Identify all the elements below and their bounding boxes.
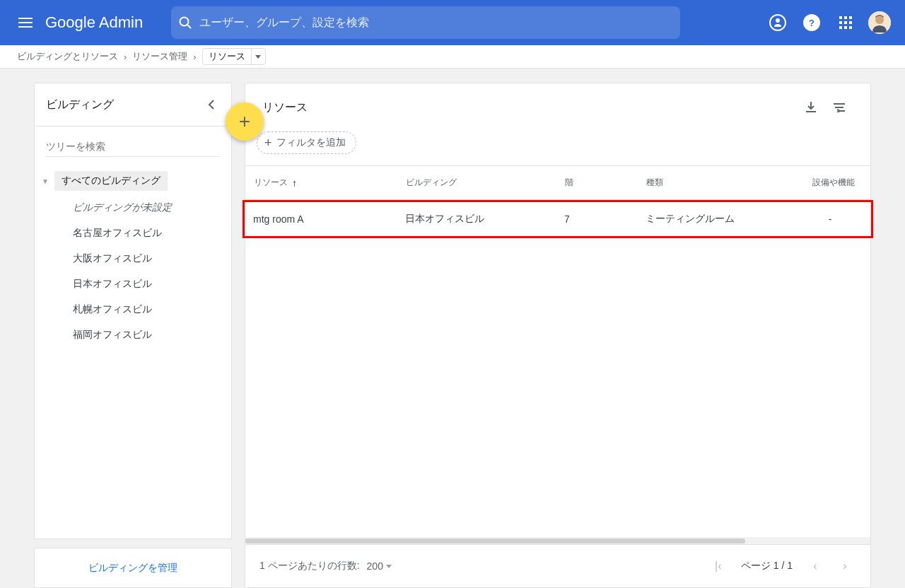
cell-type: ミーティングルーム: [646, 213, 805, 225]
breadcrumb-item-1[interactable]: リソース管理: [132, 50, 187, 63]
plus-icon: +: [239, 110, 250, 133]
download-button[interactable]: [797, 93, 825, 122]
manage-buildings-link[interactable]: ビルディングを管理: [88, 562, 177, 573]
card-header: リソース: [245, 83, 870, 131]
filter-bar: + フィルタを追加: [245, 131, 870, 166]
col-header-building[interactable]: ビルディング: [406, 177, 565, 189]
filter-list-icon: [833, 102, 846, 112]
tree-children: ビルディングが未設定名古屋オフィスビル大阪オフィスビル日本オフィスビル札幌オフィ…: [35, 195, 231, 348]
apps-button[interactable]: [829, 6, 863, 40]
next-page-button[interactable]: ›: [834, 555, 856, 577]
card-title: リソース: [262, 100, 797, 115]
logo[interactable]: Google Admin: [45, 13, 143, 32]
table-row[interactable]: mtg room A日本オフィスビル7ミーティングルーム-: [243, 200, 873, 238]
col-header-type[interactable]: 種類: [646, 177, 805, 189]
table-header: リソース ↑ ビルディング 階 種類 設備や機能: [245, 166, 870, 200]
apps-grid-icon: [839, 16, 852, 29]
add-filter-chip[interactable]: + フィルタを追加: [257, 131, 356, 154]
hamburger-icon: [18, 22, 33, 23]
tree-item-2[interactable]: 大阪オフィスビル: [73, 246, 231, 271]
col-header-resource[interactable]: リソース ↑: [254, 177, 406, 189]
sort-ascending-icon: ↑: [292, 177, 297, 189]
prev-page-button[interactable]: ‹: [804, 555, 827, 577]
collapse-sidebar-button[interactable]: [203, 96, 220, 113]
tree-item-0[interactable]: ビルディングが未設定: [73, 195, 231, 220]
account-age-button[interactable]: [761, 6, 795, 40]
help-icon: ?: [803, 14, 820, 31]
logo-admin: Admin: [99, 13, 143, 31]
building-tree: ▼ すべてのビルディング ビルディングが未設定名古屋オフィスビル大阪オフィスビル…: [35, 163, 231, 362]
person-circle-icon: [769, 14, 786, 31]
table-body: mtg room A日本オフィスビル7ミーティングルーム-: [245, 200, 870, 238]
breadcrumb-dropdown[interactable]: [251, 49, 265, 64]
cell-features: -: [805, 213, 863, 225]
tree-item-3[interactable]: 日本オフィスビル: [73, 271, 231, 297]
triangle-down-icon: ▼: [42, 177, 49, 185]
cell-building: 日本オフィスビル: [405, 213, 564, 225]
menu-button[interactable]: [8, 6, 42, 40]
resources-card: + リソース + フィルタを追加 リソース ↑: [245, 83, 871, 545]
cell-floor: 7: [564, 213, 646, 225]
caret-down-icon: [255, 55, 261, 59]
chevron-right-icon: ›: [843, 560, 846, 572]
sidebar-header: ビルディング: [35, 83, 231, 127]
breadcrumb: ビルディングとリソース › リソース管理 › リソース: [0, 45, 905, 69]
chevron-right-icon: ›: [124, 52, 127, 62]
tree-root-label: すべてのビルディング: [54, 171, 168, 191]
logo-google: Google: [45, 13, 95, 31]
search-box[interactable]: [171, 6, 680, 39]
filter-chip-label: フィルタを追加: [276, 136, 346, 149]
breadcrumb-item-0[interactable]: ビルディングとリソース: [17, 50, 118, 63]
sidebar-card: ビルディング ▼ すべてのビルディング ビルディングが未設定名古屋オフィスビル大…: [34, 83, 232, 539]
col-header-resource-label: リソース: [254, 177, 288, 189]
caret-down-icon: [386, 565, 392, 568]
first-page-button[interactable]: |‹: [707, 555, 730, 577]
tree-search: [35, 127, 231, 163]
sidebar-footer: ビルディングを管理: [34, 548, 232, 588]
avatar: [868, 11, 891, 34]
first-page-icon: |‹: [715, 560, 721, 572]
profile-button[interactable]: [863, 6, 897, 40]
svg-point-4: [875, 16, 884, 24]
svg-point-2: [776, 18, 780, 23]
search-icon: [177, 14, 194, 31]
page-info: ページ 1 / 1: [741, 560, 793, 572]
download-icon: [805, 101, 817, 114]
breadcrumb-current-label: リソース: [203, 50, 251, 63]
sidebar: ビルディング ▼ すべてのビルディング ビルディングが未設定名古屋オフィスビル大…: [34, 83, 232, 588]
help-button[interactable]: ?: [795, 6, 829, 40]
col-header-floor[interactable]: 階: [565, 177, 646, 189]
search-input[interactable]: [194, 16, 675, 29]
tree-item-1[interactable]: 名古屋オフィスビル: [73, 220, 231, 246]
sidebar-title: ビルディング: [46, 98, 114, 112]
plus-icon: +: [264, 136, 272, 149]
tree-search-input[interactable]: [46, 136, 220, 157]
chevron-right-icon: ›: [193, 52, 196, 62]
svg-point-0: [180, 18, 189, 26]
tree-item-5[interactable]: 福岡オフィスビル: [73, 322, 231, 348]
chevron-left-icon: [208, 100, 215, 110]
rows-per-page-value: 200: [367, 560, 383, 572]
pagination: 1 ページあたりの行数: 200 |‹ ページ 1 / 1 ‹ ›: [245, 545, 871, 588]
content: + リソース + フィルタを追加 リソース ↑: [245, 83, 871, 588]
breadcrumb-current: リソース: [202, 48, 266, 65]
rows-per-page-select[interactable]: 200: [367, 560, 392, 572]
cell-resource: mtg room A: [253, 213, 405, 225]
tree-item-4[interactable]: 札幌オフィスビル: [73, 297, 231, 322]
rows-per-page-label: 1 ページあたりの行数:: [259, 560, 360, 572]
col-header-features[interactable]: 設備や機能: [805, 177, 862, 189]
tree-root[interactable]: ▼ すべてのビルディング: [35, 167, 231, 195]
settings-list-button[interactable]: [825, 93, 853, 122]
app-header: Google Admin ?: [0, 0, 905, 45]
svg-line-1: [188, 25, 192, 29]
scrollbar-thumb[interactable]: [245, 539, 745, 543]
main: ビルディング ▼ すべてのビルディング ビルディングが未設定名古屋オフィスビル大…: [0, 69, 905, 588]
horizontal-scrollbar[interactable]: [245, 537, 870, 544]
chevron-left-icon: ‹: [813, 560, 817, 572]
add-resource-fab[interactable]: +: [226, 102, 264, 141]
